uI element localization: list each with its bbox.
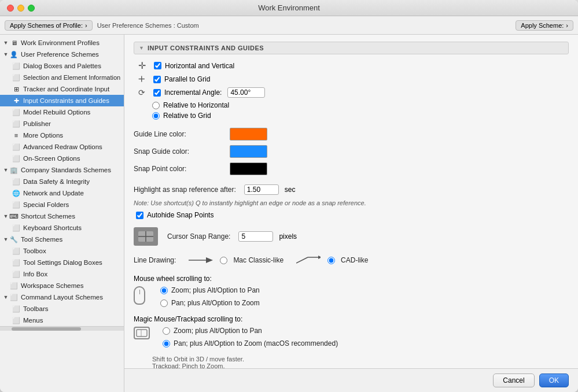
user-pref-icon: 👤 <box>9 50 19 59</box>
sidebar-item-selection[interactable]: ⬜ Selection and Element Information <box>0 72 124 83</box>
magic-zoom-pan-radio[interactable] <box>163 327 170 335</box>
window-title: Work Environment <box>258 3 320 12</box>
keyboard-icon: ⬜ <box>12 223 21 232</box>
sidebar-label-keyboard: Keyboard Shortcuts <box>23 224 82 231</box>
sidebar-item-dialog-boxes[interactable]: ⬜ Dialog Boxes and Palettes <box>0 60 124 72</box>
autohide-checkbox[interactable] <box>136 212 143 219</box>
sidebar-item-data-safety[interactable]: ⬜ Data Safety & Integrity <box>0 176 124 187</box>
sidebar-item-publisher[interactable]: ⬜ Publisher <box>0 118 124 130</box>
info-box-icon: ⬜ <box>12 269 21 279</box>
mac-classic-radio[interactable] <box>220 257 227 264</box>
snap-guide-color-row: Snap Guide color: <box>134 145 569 158</box>
sidebar-item-tool-settings[interactable]: ⬜ Tool Settings Dialog Boxes <box>0 257 124 268</box>
snap-guide-color-swatch[interactable] <box>230 145 267 158</box>
content-inner: ▼ INPUT CONSTRAINTS AND GUIDES ✛ Horizon… <box>124 35 578 368</box>
cursor-snap-label: Cursor Snap Range: <box>167 232 230 241</box>
sidebar-item-menus[interactable]: ⬜ Menus <box>0 315 124 326</box>
mouse-scroll-label: Mouse wheel scrolling to: <box>134 275 569 283</box>
sidebar-item-tool-schemes[interactable]: ▼ 🔧 Tool Schemes <box>0 234 124 245</box>
pan-zoom-label: Pan; plus Alt/Option to Zoom <box>171 299 260 307</box>
sidebar-item-command-layout[interactable]: ▼ ⬜ Command Layout Schemes <box>0 291 124 303</box>
sidebar-item-keyboard[interactable]: ⬜ Keyboard Shortcuts <box>0 222 124 234</box>
relative-grid-row: Relative to Grid <box>134 112 569 120</box>
data-safety-icon: ⬜ <box>12 177 21 186</box>
sidebar-item-user-pref[interactable]: ▼ 👤 User Preference Schemes <box>0 49 124 60</box>
horizontal-vertical-checkbox[interactable] <box>154 62 161 69</box>
cursor-snap-input[interactable] <box>238 231 273 242</box>
sidebar-label-user-pref: User Preference Schemes <box>21 51 99 58</box>
sidebar-item-network[interactable]: 🌐 Network and Update <box>0 187 124 199</box>
sidebar-item-info-box[interactable]: ⬜ Info Box <box>0 268 124 280</box>
sidebar-item-toolbars[interactable]: ⬜ Toolbars <box>0 303 124 315</box>
pan-zoom-row: Pan; plus Alt/Option to Zoom <box>160 299 260 307</box>
advanced-redraw-icon: ⬜ <box>12 142 21 151</box>
sidebar-item-advanced-redraw[interactable]: ⬜ Advanced Redraw Options <box>0 141 124 153</box>
guide-line-color-swatch[interactable] <box>230 128 267 140</box>
sidebar-label-tracker: Tracker and Coordinate Input <box>23 86 109 93</box>
command-layout-icon: ⬜ <box>9 293 19 302</box>
mac-classic-icon <box>189 255 213 265</box>
sidebar-label-shortcut: Shortcut Schemes <box>21 213 75 220</box>
apply-scheme-profile-button[interactable]: Apply Schemes of Profile: › <box>5 20 93 31</box>
section-title: INPUT CONSTRAINTS AND GUIDES <box>148 45 264 51</box>
pan-zoom-radio[interactable] <box>160 299 168 307</box>
snap-point-color-label: Snap Point color: <box>134 165 226 173</box>
magic-radio-group: Zoom; plus Alt/Option to Pan Pan; plus A… <box>163 327 338 352</box>
disclosure-tool: ▼ <box>2 236 9 243</box>
apply-scheme-profile-arrow: › <box>85 22 87 29</box>
minimize-button[interactable] <box>17 5 24 12</box>
sidebar-label-on-screen: On-Screen Options <box>23 155 80 162</box>
work-env-icon: 🖥 <box>9 38 19 47</box>
sidebar-item-shortcut-schemes[interactable]: ▼ ⌨ Shortcut Schemes <box>0 210 124 222</box>
sidebar-item-more-options[interactable]: ≡ More Options <box>0 130 124 141</box>
maximize-button[interactable] <box>28 5 35 12</box>
cursor-snap-row: Cursor Snap Range: pixels <box>134 227 569 246</box>
mouse-icon-container <box>134 286 149 305</box>
incremental-angle-checkbox[interactable] <box>153 89 161 97</box>
sidebar-item-toolbox[interactable]: ⬜ Toolbox <box>0 245 124 257</box>
relative-horizontal-radio[interactable] <box>152 102 160 109</box>
line-drawing-row: Line Drawing: Mac Classic-like CAD-like <box>134 255 569 265</box>
sidebar-item-workspace[interactable]: ▼ ⬜ Workspace Schemes <box>0 280 124 291</box>
cad-like-radio[interactable] <box>327 257 335 264</box>
relative-grid-radio[interactable] <box>152 112 160 120</box>
sidebar-item-special-folders[interactable]: ⬜ Special Folders <box>0 199 124 210</box>
sidebar-item-tracker[interactable]: ⊞ Tracker and Coordinate Input <box>0 83 124 95</box>
disclosure-user-pref: ▼ <box>2 51 9 58</box>
sidebar-item-company-standards[interactable]: ▼ 🏢 Company Standards Schemes <box>0 164 124 176</box>
magic-pan-zoom-radio[interactable] <box>163 340 170 347</box>
highlight-value-input[interactable] <box>244 184 279 195</box>
sidebar: ▼ 🖥 Work Environment Profiles ▼ 👤 User P… <box>0 35 124 392</box>
input-constraints-icon: ✚ <box>12 96 21 105</box>
sidebar-item-model-rebuild[interactable]: ⬜ Model Rebuild Options <box>0 106 124 118</box>
mouse-scroll-section: Mouse wheel scrolling to: Zoom; plus Alt… <box>134 275 569 312</box>
zoom-pan-label: Zoom; plus Alt/Option to Pan <box>171 286 260 294</box>
sidebar-label-command-layout: Command Layout Schemes <box>21 294 103 301</box>
sidebar-label-menus: Menus <box>23 317 43 324</box>
apply-scheme-right-button[interactable]: Apply Scheme: › <box>516 20 573 31</box>
ok-button[interactable]: OK <box>539 373 569 387</box>
title-bar: Work Environment <box>0 0 578 16</box>
cancel-button[interactable]: Cancel <box>493 373 534 387</box>
parallel-grid-checkbox[interactable] <box>153 76 161 83</box>
sidebar-label-special-folders: Special Folders <box>23 201 69 208</box>
close-button[interactable] <box>7 5 14 12</box>
magic-pan-zoom-label: Pan; plus Alt/Option to Zoom (macOS reco… <box>174 339 338 347</box>
svg-line-4 <box>296 257 308 263</box>
incremental-angle-input[interactable] <box>227 87 265 98</box>
bottom-bar: Cancel OK <box>124 368 578 392</box>
sidebar-item-on-screen[interactable]: ⬜ On-Screen Options <box>0 153 124 164</box>
company-icon: 🏢 <box>9 165 19 175</box>
zoom-pan-radio[interactable] <box>160 287 168 294</box>
top-scheme-bar: Apply Schemes of Profile: › User Prefere… <box>0 16 578 35</box>
special-folders-icon: ⬜ <box>12 200 21 209</box>
autohide-label: Autohide Snap Points <box>147 211 213 219</box>
sidebar-label-toolbox: Toolbox <box>23 247 46 254</box>
sidebar-item-input-constraints[interactable]: ✚ Input Constraints and Guides <box>0 95 124 106</box>
extra-text-2: Trackpad: Pinch to Zoom. <box>152 363 569 368</box>
sidebar-item-work-env-profiles[interactable]: ▼ 🖥 Work Environment Profiles <box>0 37 124 49</box>
parallel-grid-label: Parallel to Grid <box>164 75 210 83</box>
trackpad-icon <box>134 327 150 339</box>
section-collapse-arrow: ▼ <box>139 45 144 51</box>
snap-point-color-swatch[interactable] <box>230 162 267 175</box>
